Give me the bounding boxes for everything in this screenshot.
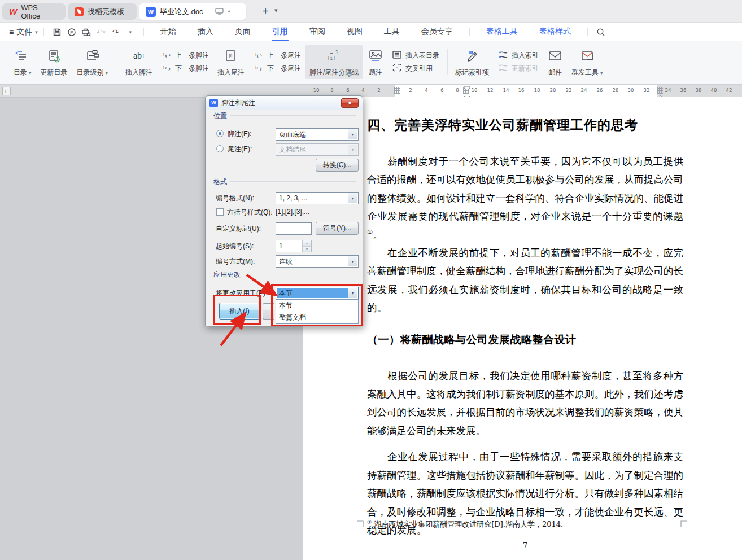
menu-tab-tools[interactable]: 工具 [384, 27, 400, 38]
share-screen-icon[interactable] [215, 8, 224, 15]
footnote-separator-button[interactable]: = 1[i] = 脚注/尾注分隔线 [305, 45, 363, 79]
next-footnote-button[interactable]: ¹↪ 下一条脚注 [161, 64, 209, 73]
dialog-title-bar[interactable]: W 脚注和尾注 [206, 96, 363, 110]
insert-table-of-figures-button[interactable]: 插入表目录 [391, 51, 439, 60]
toc-button[interactable]: 目录▾ [9, 45, 36, 79]
insert-index-button[interactable]: 插入索引 [497, 51, 539, 60]
menu-tab-insert[interactable]: 插入 [198, 27, 213, 38]
tab-list-caret-icon[interactable]: ▾ [274, 7, 278, 14]
margin-corner-mark [357, 519, 364, 526]
document-subheading: （一）将薪酬战略与公司发展战略整合设计 [367, 331, 683, 348]
insert-footnote-label: 插入脚注 [125, 68, 152, 77]
mail-merge-button[interactable]: 群发工具▾ [567, 45, 608, 79]
mark-index-entry-button[interactable]: 标记索引项 [451, 45, 494, 79]
search-button[interactable] [593, 25, 608, 39]
number-format-combobox[interactable]: 1, 2, 3, ... ▼ [276, 192, 359, 204]
prev-footnote-button[interactable]: ¹↩ 上一条脚注 [161, 51, 209, 60]
toc-icon [15, 47, 30, 65]
ribbon: 目录▾ 更新目录 目录级别▾ ab1 插入脚注 [0, 41, 742, 84]
mail-merge-icon [580, 47, 595, 65]
numbering-combobox[interactable]: 连续 ▼ [276, 255, 359, 268]
start-number-spinner[interactable]: 1 ▲ ▼ [276, 240, 312, 252]
tab-document[interactable]: W 毕业论文.doc • [139, 3, 246, 20]
ruler-tick: 14 [503, 88, 509, 93]
menu-tab-view[interactable]: 视图 [347, 27, 363, 38]
menu-tab-review[interactable]: 审阅 [309, 27, 325, 38]
symbol-button[interactable]: 符号(Y)... [316, 222, 359, 235]
position-group-label: 位置 [213, 111, 230, 121]
menu-tab-references[interactable]: 引用 [272, 27, 288, 38]
svg-text:[i]: [i] [229, 54, 233, 58]
quick-access-caret[interactable]: ▾ [123, 25, 138, 39]
ruler-tick: 2 [409, 88, 412, 93]
wps-office-window: W WPS Office 找稻壳模板 W 毕业论文.doc • + ▾ ≡ 文件… [0, 0, 742, 560]
number-format-label: 编号格式(N): [216, 194, 254, 203]
mark-index-label: 标记索引项 [455, 68, 489, 77]
tab-label: 找稻壳模板 [88, 7, 124, 17]
insert-endnote-button[interactable]: [i] 插入尾注 [213, 45, 249, 79]
ruler-tick: 10 [313, 88, 320, 93]
menu-tab-table-style[interactable]: 表格样式 [539, 27, 571, 38]
combo-arrow-icon: ▼ [348, 193, 357, 203]
undo-button[interactable]: ↶▾ [94, 25, 108, 39]
menu-tab-table-tools[interactable]: 表格工具 [486, 27, 518, 38]
save-button[interactable] [50, 25, 64, 39]
table-column-marker[interactable] [394, 88, 400, 94]
toc-level-button[interactable]: 目录级别▾ [72, 45, 113, 79]
cross-reference-button[interactable]: “ 交叉引用 [391, 64, 439, 73]
file-menu-button[interactable]: ≡ 文件 ▾ [9, 27, 38, 37]
bracket-style-value: [1],[2],[3],... [276, 208, 309, 216]
prev-endnote-label: 上一条尾注 [267, 51, 301, 60]
hamburger-icon: ≡ [9, 28, 14, 37]
tab-docer-templates[interactable]: 找稻壳模板 [68, 3, 137, 20]
spin-up-button[interactable]: ▲ [303, 240, 311, 246]
ruler-tick: 6 [346, 88, 349, 93]
next-endnote-button[interactable]: ⁱ↪ 下一条尾注 [253, 64, 301, 73]
ruler-tick: 28 [613, 88, 619, 93]
document-canvas[interactable]: 四、完善美浮特实业公司薪酬管理工作的思考 薪酬制度对于一个公司来说至关重要，因为… [303, 97, 742, 560]
export-pdf-button[interactable]: P [64, 25, 79, 39]
endnote-radio[interactable] [216, 145, 224, 152]
custom-mark-label: 自定义标记(U): [216, 224, 261, 234]
redo-button[interactable]: ↷ [108, 25, 123, 39]
menu-tab-membership[interactable]: 会员专享 [421, 27, 453, 38]
prev-footnote-icon: ¹↩ [161, 52, 172, 60]
insert-footnote-button[interactable]: ab1 插入脚注 [121, 45, 157, 79]
mail-button[interactable]: 邮件 [543, 45, 567, 79]
ruler-tick: 30 [628, 88, 634, 93]
caption-button[interactable]: 题注 [364, 45, 387, 79]
caption-label: 题注 [369, 68, 382, 77]
save-icon [53, 28, 62, 37]
dialog-close-button[interactable]: ✕ [341, 98, 359, 108]
footnote-radio[interactable] [216, 130, 224, 137]
prev-endnote-button[interactable]: ⁱ↩ 上一条尾注 [253, 51, 301, 60]
new-tab-button[interactable]: + [259, 5, 272, 18]
footnote-position-combobox[interactable]: 页面底端 ▼ [276, 128, 359, 141]
ruler-tick: 8 [456, 88, 459, 93]
tab-wps-office[interactable]: W WPS Office [2, 3, 66, 20]
cross-reference-label: 交叉引用 [405, 64, 433, 73]
endnote-position-combobox: 文档结尾 ▼ [276, 143, 359, 156]
chevron-down-icon: ▾ [129, 29, 132, 35]
tab-label: 毕业论文.doc [160, 7, 203, 17]
bracket-style-checkbox[interactable] [216, 208, 224, 216]
spin-down-button[interactable]: ▼ [303, 246, 311, 252]
ruler-tick: 10 [472, 88, 478, 93]
update-toc-button[interactable]: 更新目录 [36, 45, 72, 79]
chevron-down-icon: ▾ [600, 70, 603, 76]
custom-mark-input[interactable] [276, 222, 312, 235]
tab-stop-selector[interactable]: L [2, 87, 11, 95]
menu-tab-home[interactable]: 开始 [160, 27, 176, 38]
menu-tab-page[interactable]: 页面 [235, 27, 251, 38]
footnote-dialog-launcher[interactable]: ↘ [346, 71, 351, 78]
print-preview-button[interactable] [79, 25, 94, 39]
convert-button[interactable]: 转换(C)... [316, 159, 359, 172]
writer-doc-icon: W [146, 7, 156, 17]
search-icon [596, 28, 605, 37]
ruler-tick: 26 [597, 88, 603, 93]
cross-reference-icon: “ [391, 64, 403, 73]
dialog-title: 脚注和尾注 [221, 98, 255, 108]
chevron-down-icon: ▾ [29, 70, 32, 76]
start-number-label: 起始编号(S): [216, 242, 254, 251]
footnote-text: ① 湖南西城实业集团薪酬管理改进研究[D].湖南大学，2014. [367, 519, 683, 530]
